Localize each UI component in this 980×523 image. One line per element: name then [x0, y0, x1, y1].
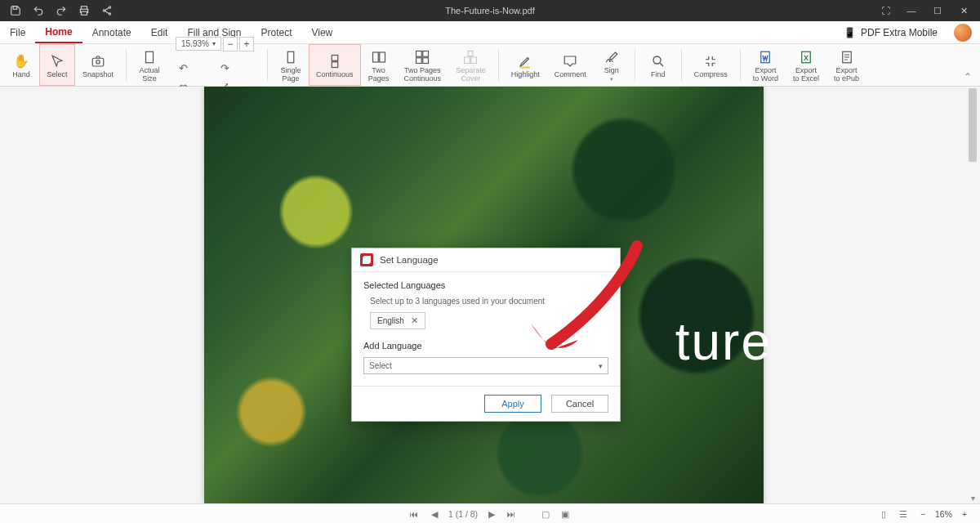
- add-language-select[interactable]: Select ▾: [363, 357, 608, 374]
- svg-point-3: [109, 7, 110, 8]
- cancel-button[interactable]: Cancel: [551, 395, 608, 413]
- comment-icon: [562, 53, 578, 69]
- rotate-left-icon[interactable]: ↶: [176, 61, 190, 76]
- two-pages-cont-icon: [414, 49, 430, 65]
- status-zoom-in-button[interactable]: +: [959, 509, 970, 519]
- apply-button[interactable]: Apply: [484, 395, 541, 413]
- sign-icon: [604, 49, 620, 65]
- svg-rect-9: [287, 51, 294, 63]
- vertical-scrollbar[interactable]: ▴ ▾: [967, 88, 978, 502]
- svg-rect-11: [332, 62, 338, 68]
- chevron-down-icon: ▾: [212, 40, 216, 47]
- save-icon[interactable]: [10, 5, 21, 16]
- menu-view[interactable]: View: [301, 21, 342, 43]
- set-language-dialog: Set Language Selected Languages Select u…: [351, 248, 621, 422]
- search-icon: [650, 53, 666, 69]
- user-avatar[interactable]: [954, 24, 972, 42]
- view-mode-single-icon[interactable]: ▯: [878, 508, 889, 520]
- single-page-button[interactable]: Single Page: [273, 44, 309, 86]
- fullscreen-icon[interactable]: ⛶: [879, 6, 892, 16]
- first-page-icon[interactable]: ⏮: [409, 509, 421, 519]
- minimize-icon[interactable]: —: [905, 6, 918, 16]
- zoom-value-dropdown[interactable]: 15.93%▾: [176, 37, 221, 51]
- dialog-title: Set Language: [380, 255, 439, 265]
- svg-rect-1: [82, 7, 87, 10]
- select-tool-button[interactable]: Select: [39, 44, 75, 86]
- two-pages-icon: [371, 49, 387, 65]
- single-page-icon: [283, 49, 299, 65]
- export-word-button[interactable]: Export to Word: [746, 44, 786, 86]
- highlight-icon: [517, 53, 533, 69]
- svg-rect-19: [465, 57, 470, 64]
- last-page-icon[interactable]: ⏭: [506, 509, 517, 519]
- page-layout-b-icon[interactable]: ▣: [559, 509, 571, 519]
- svg-point-21: [653, 56, 661, 64]
- undo-icon[interactable]: [33, 5, 44, 16]
- menu-bar: File Home Annotate Edit Fill and Sign Pr…: [0, 21, 980, 44]
- dialog-titlebar: Set Language: [352, 248, 620, 272]
- page-layout-a-icon[interactable]: ▢: [540, 509, 551, 519]
- close-icon[interactable]: ✕: [957, 6, 970, 16]
- pdf-extra-mobile-link[interactable]: 📱 PDF Extra Mobile: [832, 21, 949, 43]
- svg-rect-18: [468, 51, 473, 56]
- word-icon: [757, 49, 773, 65]
- menu-annotate[interactable]: Annotate: [82, 21, 141, 43]
- language-chip-english: English ✕: [370, 312, 425, 329]
- sign-button[interactable]: Sign▾: [594, 44, 630, 86]
- find-button[interactable]: Find: [640, 44, 676, 86]
- scrollbar-thumb[interactable]: [969, 88, 977, 162]
- svg-rect-12: [372, 52, 378, 62]
- export-epub-button[interactable]: Export to ePub: [826, 44, 866, 86]
- two-pages-button[interactable]: Two Pages: [361, 44, 397, 86]
- rotate-right-icon[interactable]: ↷: [217, 61, 232, 76]
- remove-language-icon[interactable]: ✕: [411, 315, 418, 326]
- actual-size-button[interactable]: Actual Size: [131, 44, 167, 86]
- menu-file[interactable]: File: [0, 21, 35, 43]
- svg-rect-17: [423, 58, 429, 64]
- prev-page-icon[interactable]: ◀: [429, 509, 440, 519]
- cursor-icon: [49, 53, 65, 69]
- maximize-icon[interactable]: ☐: [931, 6, 944, 16]
- window-controls: ⛶ — ☐ ✕: [879, 6, 980, 16]
- next-page-icon[interactable]: ▶: [486, 509, 497, 519]
- comment-button[interactable]: Comment: [547, 44, 594, 86]
- title-bar: The-Future-is-Now.pdf ⛶ — ☐ ✕: [0, 0, 980, 21]
- zoom-out-button[interactable]: −: [223, 37, 238, 51]
- svg-point-5: [109, 13, 110, 15]
- separate-cover-button: Separate Cover: [448, 44, 493, 86]
- page-hero-text: ture: [675, 311, 772, 372]
- hand-tool-button[interactable]: ✋Hand: [3, 44, 39, 86]
- collapse-ribbon-icon[interactable]: ⌃: [964, 71, 972, 83]
- svg-rect-6: [92, 58, 104, 66]
- page-1to1-icon: [141, 49, 158, 65]
- compress-button[interactable]: Compress: [687, 44, 735, 86]
- share-icon[interactable]: [101, 5, 113, 16]
- app-logo-icon: [360, 253, 373, 266]
- scroll-down-icon[interactable]: ▾: [967, 492, 978, 503]
- redo-icon[interactable]: [56, 5, 67, 16]
- svg-rect-16: [416, 58, 422, 64]
- export-excel-button[interactable]: Export to Excel: [786, 44, 826, 86]
- highlight-button[interactable]: Highlight: [504, 44, 547, 86]
- epub-icon: [839, 49, 855, 65]
- svg-rect-8: [146, 51, 154, 63]
- status-zoom-out-button[interactable]: −: [917, 509, 929, 519]
- status-zoom-value: 16%: [935, 509, 952, 519]
- svg-rect-2: [82, 11, 87, 15]
- continuous-button[interactable]: Continuous: [309, 44, 361, 86]
- svg-rect-13: [379, 52, 385, 62]
- add-language-heading: Add Language: [363, 341, 608, 351]
- menu-home[interactable]: Home: [35, 21, 82, 43]
- mobile-icon: 📱: [844, 27, 856, 38]
- page-indicator: 1 (1 / 8): [448, 509, 478, 519]
- two-pages-continuous-button[interactable]: Two Pages Continuous: [397, 44, 449, 86]
- view-mode-continuous-icon[interactable]: ☰: [898, 508, 909, 520]
- quick-access-toolbar: [0, 5, 113, 16]
- document-viewport[interactable]: ture ▴ ▾ Set Language Selected Languages…: [0, 87, 980, 503]
- print-icon[interactable]: [78, 5, 90, 16]
- zoom-in-button[interactable]: +: [239, 37, 254, 51]
- document-title: The-Future-is-Now.pdf: [445, 6, 534, 16]
- svg-rect-14: [416, 51, 422, 57]
- continuous-icon: [327, 53, 343, 69]
- snapshot-button[interactable]: Snapshot: [75, 44, 121, 86]
